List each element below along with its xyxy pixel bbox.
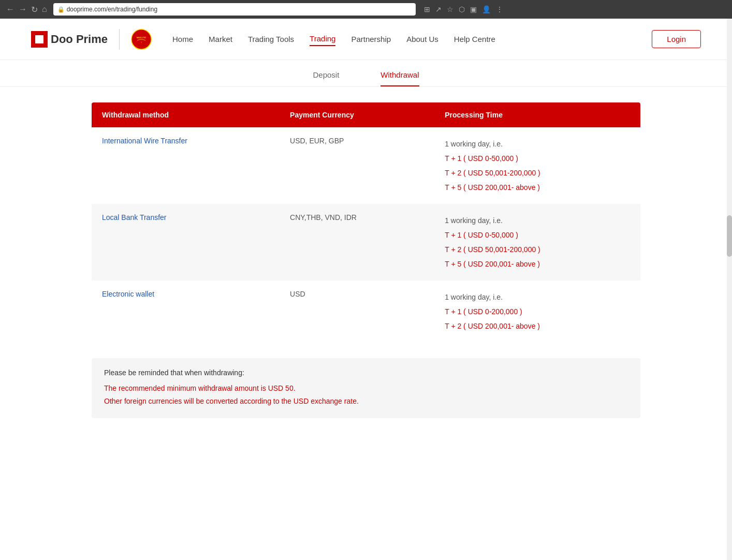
forward-icon[interactable]: → — [19, 5, 27, 14]
col-processing: Processing Time — [434, 102, 640, 127]
processing-line: T + 1 ( USD 0-50,000 ) — [445, 151, 630, 166]
processing-line: T + 2 ( USD 50,001-200,000 ) — [445, 242, 630, 257]
processing-cell: 1 working day, i.e.T + 1 ( USD 0-50,000 … — [434, 204, 640, 281]
logo-text: Doo Prime — [51, 33, 108, 46]
currency-text: CNY,THB, VND, IDR — [290, 213, 357, 222]
logo-area: Doo Prime MAN UTD ⚜ — [31, 29, 152, 50]
svg-text:MAN UTD: MAN UTD — [137, 36, 147, 39]
currency-cell: USD — [280, 281, 434, 343]
method-cell: International Wire Transfer — [92, 127, 280, 204]
svg-rect-1 — [35, 35, 43, 43]
table-row: Local Bank TransferCNY,THB, VND, IDR1 wo… — [92, 204, 640, 281]
nav-partnership[interactable]: Partnership — [351, 33, 391, 46]
nav-home[interactable]: Home — [172, 33, 193, 46]
nav-trading[interactable]: Trading — [310, 32, 335, 46]
nav-trading-tools[interactable]: Trading Tools — [248, 33, 294, 46]
processing-line: T + 2 ( USD 50,001-200,000 ) — [445, 166, 630, 180]
withdrawal-table: Withdrawal method Payment Currency Proce… — [92, 102, 640, 343]
notice-line-1: The recommended minimum withdrawal amoun… — [104, 382, 628, 395]
processing-line: T + 1 ( USD 0-200,000 ) — [445, 304, 630, 319]
home-icon[interactable]: ⌂ — [42, 5, 47, 14]
url-text: dooprime.com/en/trading/funding — [67, 6, 157, 13]
screenshot-icon[interactable]: ⊞ — [424, 5, 430, 13]
processing-cell: 1 working day, i.e.T + 1 ( USD 0-50,000 … — [434, 127, 640, 204]
processing-line: T + 2 ( USD 200,001- above ) — [445, 319, 630, 333]
processing-line: T + 5 ( USD 200,001- above ) — [445, 180, 630, 195]
scrollbar[interactable] — [727, 19, 732, 434]
notice-line-2: Other foreign currencies will be convert… — [104, 395, 628, 408]
col-method: Withdrawal method — [92, 102, 280, 127]
currency-cell: USD, EUR, GBP — [280, 127, 434, 204]
processing-line: 1 working day, i.e. — [445, 137, 630, 151]
currency-text: USD, EUR, GBP — [290, 137, 344, 145]
processing-cell: 1 working day, i.e.T + 1 ( USD 0-200,000… — [434, 281, 640, 343]
login-button[interactable]: Login — [652, 30, 701, 48]
scrollbar-thumb[interactable] — [727, 215, 732, 257]
logo-divider — [119, 29, 120, 50]
table-row: International Wire TransferUSD, EUR, GBP… — [92, 127, 640, 204]
main-content: Withdrawal method Payment Currency Proce… — [55, 87, 677, 434]
processing-line: 1 working day, i.e. — [445, 290, 630, 304]
processing-line: 1 working day, i.e. — [445, 213, 630, 228]
browser-nav-icons: ← → ↻ ⌂ — [6, 5, 47, 14]
back-icon[interactable]: ← — [6, 5, 14, 14]
lock-icon: 🔒 — [57, 6, 65, 13]
man-utd-badge: MAN UTD ⚜ — [131, 29, 152, 50]
doo-prime-logo-mark — [31, 31, 48, 48]
share-icon[interactable]: ↗ — [435, 5, 442, 13]
logo-icon: Doo Prime — [31, 31, 108, 48]
method-cell: Local Bank Transfer — [92, 204, 280, 281]
sub-tabs: Deposit Withdrawal — [0, 60, 732, 87]
reload-icon[interactable]: ↻ — [31, 5, 38, 14]
table-row: Electronic walletUSD1 working day, i.e.T… — [92, 281, 640, 343]
browser-right-icons: ⊞ ↗ ☆ ⬡ ▣ 👤 ⋮ — [424, 5, 503, 13]
col-currency: Payment Currency — [280, 102, 434, 127]
currency-cell: CNY,THB, VND, IDR — [280, 204, 434, 281]
extensions-icon[interactable]: ⬡ — [459, 5, 465, 13]
nav-market[interactable]: Market — [209, 33, 232, 46]
menu-icon[interactable]: ⋮ — [496, 5, 503, 13]
main-nav: Home Market Trading Tools Trading Partne… — [172, 32, 652, 46]
nav-about-us[interactable]: About Us — [406, 33, 438, 46]
method-name: Electronic wallet — [102, 290, 154, 298]
page-wrapper: Doo Prime MAN UTD ⚜ Home Market Trading … — [0, 19, 732, 434]
nav-help-centre[interactable]: Help Centre — [454, 33, 495, 46]
page-header: Doo Prime MAN UTD ⚜ Home Market Trading … — [0, 19, 732, 60]
table-header: Withdrawal method Payment Currency Proce… — [92, 102, 640, 127]
tab-withdrawal[interactable]: Withdrawal — [380, 70, 419, 86]
notice-box: Please be reminded that when withdrawing… — [92, 358, 640, 418]
browser-chrome: ← → ↻ ⌂ 🔒 dooprime.com/en/trading/fundin… — [0, 0, 732, 19]
method-cell: Electronic wallet — [92, 281, 280, 343]
method-name: Local Bank Transfer — [102, 213, 167, 222]
profile-icon[interactable]: 👤 — [482, 5, 491, 13]
processing-line: T + 5 ( USD 200,001- above ) — [445, 257, 630, 271]
table-body: International Wire TransferUSD, EUR, GBP… — [92, 127, 640, 343]
svg-text:⚜: ⚜ — [141, 41, 142, 43]
star-icon[interactable]: ☆ — [447, 5, 453, 13]
tab-deposit[interactable]: Deposit — [313, 70, 339, 86]
processing-line: T + 1 ( USD 0-50,000 ) — [445, 228, 630, 242]
method-name: International Wire Transfer — [102, 137, 187, 145]
currency-text: USD — [290, 290, 305, 298]
address-bar[interactable]: 🔒 dooprime.com/en/trading/funding — [53, 3, 416, 16]
notice-title: Please be reminded that when withdrawing… — [104, 369, 628, 377]
layout-icon[interactable]: ▣ — [470, 5, 477, 13]
